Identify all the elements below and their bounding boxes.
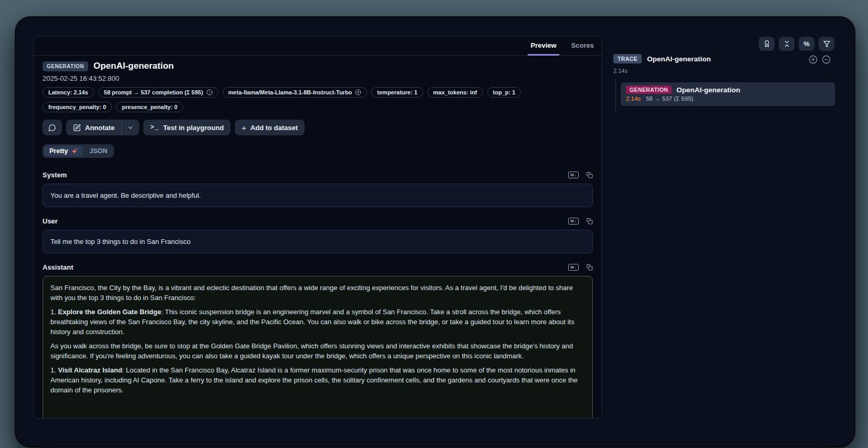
chip-label: Latency: 2.14s bbox=[48, 89, 88, 95]
message-content-assistant: San Francisco, the City by the Bay, is a… bbox=[43, 276, 593, 418]
json-label: JSON bbox=[89, 147, 107, 155]
message-list: SystemM↓You are a travel agent. Be descr… bbox=[43, 171, 593, 418]
fold-vertical-icon bbox=[783, 40, 791, 48]
trace-badge: TRACE bbox=[613, 54, 642, 63]
test-in-playground-button[interactable]: >_ Test in playground bbox=[143, 120, 231, 135]
message-section-assistant: AssistantM↓San Francisco, the City by th… bbox=[43, 263, 593, 418]
markdown-toggle-icon[interactable]: M↓ bbox=[568, 218, 579, 225]
generation-token-usage: 58 → 537 (Σ 595) bbox=[646, 95, 693, 102]
copy-icon[interactable] bbox=[586, 264, 593, 271]
plus-icon: + bbox=[242, 124, 246, 132]
collapse-all-button[interactable] bbox=[822, 55, 831, 64]
message-role-label: User bbox=[43, 217, 58, 225]
app-window: PreviewScores GENERATION OpenAI-generati… bbox=[16, 17, 854, 446]
tab-preview[interactable]: Preview bbox=[528, 36, 559, 56]
generation-badge: GENERATION bbox=[626, 86, 672, 94]
message-section-system: SystemM↓You are a travel agent. Be descr… bbox=[43, 171, 593, 207]
generation-title: OpenAI-generation bbox=[676, 86, 740, 94]
percent-icon: % bbox=[803, 40, 810, 48]
message-section-user: UserM↓Tell me the top 3 things to do in … bbox=[43, 217, 593, 253]
message-role-label: Assistant bbox=[43, 263, 74, 271]
page-title: OpenAI-generation bbox=[93, 61, 174, 71]
trace-duration: 2.14s bbox=[613, 68, 628, 74]
filter-icon bbox=[823, 40, 831, 48]
observation-preview-panel: PreviewScores GENERATION OpenAI-generati… bbox=[33, 36, 602, 419]
copy-icon[interactable] bbox=[586, 218, 593, 225]
edit-icon bbox=[73, 124, 81, 132]
annotate-dropdown-button[interactable] bbox=[121, 120, 139, 135]
circle-minus-icon bbox=[822, 55, 831, 64]
message-role-label: System bbox=[43, 171, 67, 179]
annotate-button[interactable]: Annotate bbox=[66, 120, 121, 135]
metadata-chip-1[interactable]: 58 prompt → 537 completion (Σ 595) bbox=[98, 87, 218, 98]
generation-duration: 2.14s bbox=[626, 95, 641, 102]
comment-icon bbox=[48, 124, 56, 132]
copy-icon[interactable] bbox=[586, 172, 593, 178]
award-icon bbox=[763, 40, 771, 48]
metrics-percent-button[interactable]: % bbox=[799, 37, 814, 51]
comments-button[interactable] bbox=[43, 120, 62, 135]
tree-item-generation[interactable]: GENERATION OpenAI-generation 2.14s 58 → … bbox=[621, 82, 835, 106]
message-content-system: You are a travel agent. Be descriptive a… bbox=[43, 184, 593, 207]
circle-plus-icon bbox=[809, 55, 818, 64]
observation-timestamp: 2025-02-25 16:43:52.800 bbox=[43, 74, 593, 82]
trace-title: OpenAI-generation bbox=[647, 55, 711, 63]
metadata-chip-0: Latency: 2.14s bbox=[43, 87, 94, 98]
trace-tree-root[interactable]: TRACE OpenAI-generation bbox=[613, 54, 711, 63]
tab-bar: PreviewScores bbox=[34, 36, 602, 56]
scores-award-button[interactable] bbox=[759, 37, 775, 51]
tree-zoom-controls bbox=[809, 55, 831, 64]
json-toggle[interactable]: JSON bbox=[84, 146, 112, 156]
info-icon[interactable] bbox=[206, 89, 213, 95]
action-toolbar: Annotate >_ Test in playground + Add to … bbox=[43, 120, 593, 135]
chip-label: temperature: 1 bbox=[377, 89, 417, 95]
sidebar-toolbar: % bbox=[759, 37, 834, 51]
metadata-chip-2[interactable]: meta-llama/Meta-Llama-3.1-8B-Instruct-Tu… bbox=[223, 87, 368, 98]
chip-label: max_tokens: inf bbox=[433, 89, 477, 95]
pretty-label: Pretty bbox=[49, 147, 68, 155]
chevron-down-icon bbox=[127, 124, 134, 131]
metadata-chip-7: presence_penalty: 0 bbox=[116, 102, 183, 112]
tree-connector-line bbox=[615, 79, 616, 112]
collapse-tree-button[interactable] bbox=[779, 37, 794, 51]
sparkles-icon bbox=[71, 148, 78, 155]
pretty-toggle[interactable]: Pretty bbox=[44, 146, 83, 156]
filter-button[interactable] bbox=[819, 37, 834, 51]
add-to-dataset-button[interactable]: + Add to dataset bbox=[235, 120, 305, 135]
message-content-user: Tell me the top 3 things to do in San Fr… bbox=[43, 230, 593, 253]
chip-label: frequency_penalty: 0 bbox=[48, 104, 106, 110]
dataset-label: Add to dataset bbox=[250, 124, 298, 132]
markdown-toggle-icon[interactable]: M↓ bbox=[568, 172, 579, 178]
annotate-label: Annotate bbox=[85, 124, 114, 132]
metadata-chip-4: max_tokens: inf bbox=[427, 87, 483, 98]
playground-label: Test in playground bbox=[163, 124, 224, 132]
annotate-split-button: Annotate bbox=[66, 120, 139, 135]
panel-content: GENERATION OpenAI-generation 2025-02-25 … bbox=[34, 56, 602, 418]
observation-type-badge: GENERATION bbox=[43, 61, 88, 71]
circle-plus-icon[interactable] bbox=[355, 89, 361, 95]
metadata-chip-3: temperature: 1 bbox=[371, 87, 423, 98]
observation-header: GENERATION OpenAI-generation bbox=[43, 61, 593, 71]
markdown-toggle-icon[interactable]: M↓ bbox=[568, 264, 579, 271]
chip-label: presence_penalty: 0 bbox=[122, 104, 177, 110]
metadata-chip-5: top_p: 1 bbox=[487, 87, 521, 98]
chip-label: top_p: 1 bbox=[493, 89, 516, 95]
chip-label: 58 prompt → 537 completion (Σ 595) bbox=[104, 89, 203, 95]
chip-label: meta-llama/Meta-Llama-3.1-8B-Instruct-Tu… bbox=[228, 89, 352, 95]
metadata-chips: Latency: 2.14s58 prompt → 537 completion… bbox=[43, 87, 541, 112]
terminal-icon: >_ bbox=[150, 124, 159, 131]
tab-scores[interactable]: Scores bbox=[569, 36, 597, 56]
view-format-toggle: Pretty JSON bbox=[43, 144, 114, 158]
expand-all-button[interactable] bbox=[809, 55, 818, 64]
metadata-chip-6: frequency_penalty: 0 bbox=[43, 102, 112, 112]
